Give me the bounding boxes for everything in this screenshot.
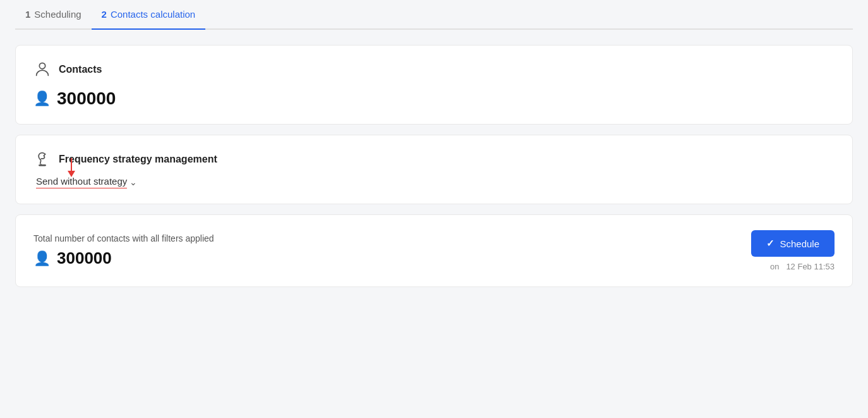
tabs-bar: 1 Scheduling 2 Contacts calculation [15, 0, 853, 30]
arrow-line [71, 158, 72, 171]
summary-right: ✓ Schedule on 12 Feb 11:53 [751, 230, 835, 271]
strategy-card: Frequency strategy management Send witho… [15, 135, 853, 204]
contacts-card-header: Contacts [33, 61, 835, 78]
tab-contacts-calculation[interactable]: 2 Contacts calculation [92, 0, 206, 28]
summary-left: Total number of contacts with all filter… [33, 233, 214, 268]
contacts-count: 300000 [57, 89, 116, 109]
contacts-card-title: Contacts [59, 64, 102, 75]
summary-card: Total number of contacts with all filter… [15, 214, 853, 287]
chevron-down-icon: ⌄ [130, 177, 137, 187]
svg-point-0 [39, 63, 45, 69]
tab-2-label: Contacts calculation [111, 9, 195, 20]
schedule-date: on 12 Feb 11:53 [770, 262, 835, 271]
strategy-card-header: Frequency strategy management [33, 151, 835, 168]
schedule-date-prefix: on [770, 262, 779, 271]
checkmark-icon: ✓ [766, 238, 775, 249]
chess-knight-icon [33, 151, 51, 168]
summary-label: Total number of contacts with all filter… [33, 233, 214, 243]
contacts-card: Contacts 👤 300000 [15, 45, 853, 125]
summary-person-icon: 👤 [33, 250, 51, 267]
schedule-button-label: Schedule [780, 238, 819, 249]
tab-scheduling[interactable]: 1 Scheduling [15, 0, 92, 28]
tab-1-label: Scheduling [34, 9, 81, 20]
strategy-dropdown-wrapper[interactable]: Send without strategy ⌄ [36, 176, 137, 188]
person-icon: 👤 [33, 90, 51, 107]
tab-1-number: 1 [25, 9, 30, 20]
strategy-card-title: Frequency strategy management [59, 154, 217, 165]
schedule-date-value: 12 Feb 11:53 [786, 262, 835, 271]
contacts-icon [33, 61, 51, 78]
tab-2-number: 2 [102, 9, 107, 20]
summary-count-row: 👤 300000 [33, 249, 214, 268]
contacts-count-row: 👤 300000 [33, 89, 835, 109]
schedule-button[interactable]: ✓ Schedule [751, 230, 835, 257]
annotation-arrow [68, 158, 75, 177]
strategy-dropdown-value: Send without strategy [36, 176, 127, 188]
strategy-dropdown-container: Send without strategy ⌄ [36, 176, 137, 188]
page-container: 1 Scheduling 2 Contacts calculation Cont… [0, 0, 868, 312]
summary-count: 300000 [57, 249, 112, 268]
svg-rect-1 [39, 164, 46, 166]
